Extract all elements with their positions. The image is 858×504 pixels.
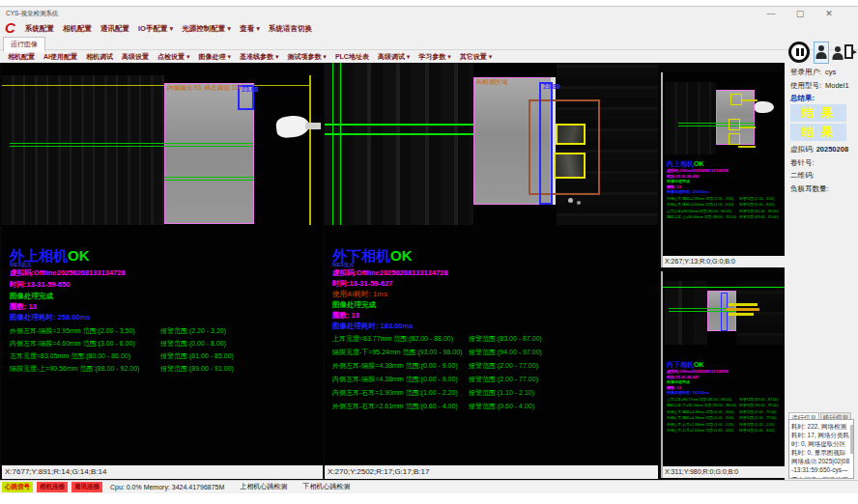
measurement-alarm: 报警范围:(2.00 - 77.00) xyxy=(469,375,538,384)
field-value: 20250208 xyxy=(816,145,848,154)
detection-box-yellow xyxy=(730,94,742,105)
camera-title: 内下相机OK xyxy=(667,360,788,369)
measurement-text: 外侧左耳-隔膜=4.38mm 范围:(0.00 - 9.00) xyxy=(667,409,739,414)
result-display-lower: 结 果 xyxy=(790,124,846,141)
menu-system-config[interactable]: 系统配置 xyxy=(25,24,54,34)
menu-io-config[interactable]: IO手配置 ▾ xyxy=(138,24,173,34)
pause-bar xyxy=(796,48,799,56)
measurement-alarm: 报警范围:(94.00 - 97.00) xyxy=(469,348,542,357)
measurement-text: 外侧左耳-右耳=2.61mm 范围:(0.60 - 4.00) xyxy=(332,402,469,411)
machinery-texture xyxy=(665,82,716,154)
door-arrow xyxy=(851,49,857,55)
measurement-text: 内侧左耳-右耳=1.90mm 范围:(1.00 - 2.20) xyxy=(667,422,739,427)
status-bar: 心跳信号 相机连接 通讯连接 Cpu: 0.0% Memory: 3424.41… xyxy=(0,480,858,492)
heartbeat-badge: 心跳信号 xyxy=(2,482,33,492)
edge-line xyxy=(164,180,254,181)
tool-test-params[interactable]: 测试项参数 ▾ xyxy=(287,52,326,62)
menu-view[interactable]: 查看 ▾ xyxy=(240,24,260,34)
log-scrollbar[interactable] xyxy=(850,425,853,454)
window-title: CYS-视觉检测系统 xyxy=(6,10,59,18)
pause-button[interactable] xyxy=(788,42,810,63)
detection-box-yellow xyxy=(729,119,740,130)
edge-line xyxy=(678,123,755,124)
measurement-alarm: 报警范围:(1.10 - 2.10) xyxy=(469,388,534,398)
exit-icon[interactable] xyxy=(844,44,858,62)
thumbnail-info-text: 内上相机OK 虚拟码:Offline20250208133134728 时间:1… xyxy=(667,159,788,220)
tool-advanced-settings[interactable]: 高级设置 xyxy=(122,52,149,62)
toolbar: 相机配置 AI使用配置 相机调试 高级设置 点检设置 ▾ 图像处理 ▾ 基准线参… xyxy=(0,50,783,63)
thumbnail-camera-inner-upper[interactable]: 内上相机OK 虚拟码:Offline20250208133134728 时间:1… xyxy=(661,72,785,267)
measurement-alarm: 报警范围:(89.00 - 91.00) xyxy=(160,364,234,374)
tool-learning-params[interactable]: 学习参数 ▾ xyxy=(418,52,450,62)
cpu-memory-readout: Cpu: 0.0% Memory: 3424.41796875M xyxy=(110,484,224,490)
pixel-coords-readout: X:270;Y:2502;R:17;G:17;B:17 xyxy=(325,465,658,479)
guide-line xyxy=(663,287,785,288)
needle-number-field: 卷针号: xyxy=(790,158,815,168)
ai-time-line: 使用AI耗时: 1ms xyxy=(332,290,387,299)
tool-camera-debug[interactable]: 相机调试 xyxy=(86,52,113,62)
tool-advanced-debug[interactable]: 高级调试 ▾ xyxy=(378,52,410,62)
menu-language-switch[interactable]: 系统语言切换 xyxy=(269,24,312,34)
total-result-label: 总结果: xyxy=(790,94,815,103)
time-line: 时间:13-31-59-650 xyxy=(10,280,71,290)
user-login-icon[interactable] xyxy=(814,42,829,64)
qr-code-field: 二维码: xyxy=(790,171,815,181)
edge-line xyxy=(10,146,253,147)
tool-baseline-params[interactable]: 基准线参数 ▾ xyxy=(240,52,278,62)
camera-image-lower[interactable]: AI检测区域 23.80 xyxy=(325,63,658,225)
field-label: 虚拟码: xyxy=(790,145,815,154)
login-user-label: 登录用户: xyxy=(790,68,821,77)
tool-spot-check[interactable]: 点检设置 ▾ xyxy=(157,52,189,62)
person-body xyxy=(833,53,844,60)
pixel-coords-readout: X:7677;Y:891;R:14;G:14;B:14 xyxy=(2,465,323,479)
title-bar: CYS-视觉检测系统 — ▢ ✕ xyxy=(0,7,858,21)
camera-connect-badge: 相机连接 xyxy=(37,482,68,492)
guide-line-vertical xyxy=(332,63,333,225)
comm-connect-badge: 通讯连接 xyxy=(72,482,102,492)
user-switch-icon[interactable] xyxy=(831,43,844,63)
upper-camera-heartbeat-check: 上相机心跳检测 xyxy=(240,482,287,491)
measurement-alarm: 报警范围:(2.00 - 77.00) xyxy=(469,361,538,371)
tool-image-processing[interactable]: 图像处理 ▾ xyxy=(198,52,230,62)
tool-other-settings[interactable]: 其它设置 ▾ xyxy=(460,52,492,62)
machine-dot xyxy=(568,198,573,203)
thumbnail-camera-inner-lower[interactable]: 内下相机OK 虚拟码:Offline20250208133134728 时间:1… xyxy=(661,271,785,478)
camera-title: 内上相机OK xyxy=(667,159,788,168)
annotation-text-mark xyxy=(740,126,756,128)
camera-ok-status: OK xyxy=(68,247,90,264)
virtual-code-field: 虚拟码: 20250208 xyxy=(790,145,848,154)
menu-comm-config[interactable]: 通讯配置 xyxy=(100,24,129,34)
measurement-alarm: 报警范围:(0.60 - 4.00) xyxy=(469,402,534,411)
measurement-text: 隔膜宽度-上=90.56mm 范围:(88.00 - 92.00) xyxy=(667,215,739,220)
virtual-code-line: 虚拟码:Offline20250208133134728 xyxy=(10,268,126,278)
minimize-button[interactable]: — xyxy=(759,8,783,20)
camera-name: 内上相机 xyxy=(667,159,694,167)
negative-tab-count-field: 负极耳数量: xyxy=(790,184,829,194)
camera-panel-upper: 23.08 内侧阈值:93, 峰态阈值:100 外上相机OK MES批次 虚拟码… xyxy=(2,63,323,480)
menu-light-config[interactable]: 光源控制配置 ▾ xyxy=(182,24,231,34)
menu-bar: C 系统配置 相机配置 通讯配置 IO手配置 ▾ 光源控制配置 ▾ 查看 ▾ 系… xyxy=(0,21,785,36)
camera-image-upper[interactable]: 23.08 内侧阈值:93, 峰态阈值:100 xyxy=(2,63,323,225)
tab-detection-box-yellow xyxy=(556,124,586,145)
measurement-alarm: 报警范围:(0.60 - 4.00) xyxy=(739,429,774,434)
pixel-coords-readout: X:267;Y:13;R:0;G:0;B:0 xyxy=(663,256,785,267)
annotation-text-mark xyxy=(738,146,756,148)
process-done-line: 图像处理完成 xyxy=(332,300,376,310)
measurement-text: 内侧左耳-隔膜=4.38mm 范围:(0.00 - 9.00) xyxy=(332,375,469,384)
menu-camera-config[interactable]: 相机配置 xyxy=(63,24,92,34)
close-button[interactable]: ✕ xyxy=(817,8,841,20)
annotation-text-mark xyxy=(727,308,759,311)
tool-plc-table[interactable]: PLC地址表 xyxy=(335,52,369,62)
machinery-texture xyxy=(325,63,473,225)
measurement-alarm: 报警范围:(94.00 - 97.00) xyxy=(739,404,779,408)
tool-ai-config[interactable]: AI使用配置 xyxy=(43,52,77,62)
tool-camera-config[interactable]: 相机配置 xyxy=(8,52,35,62)
measurement-text: 外侧左耳-右耳=2.61mm 范围:(0.60 - 4.00) xyxy=(667,429,739,434)
machinery-texture xyxy=(2,75,164,225)
pixel-coords-readout: X:311;Y:980;R:0;G:0;B:0 xyxy=(663,466,785,478)
camera-panel-lower: AI检测区域 23.80 外下相机OK MES批次 虚拟码:Offline202… xyxy=(325,63,658,480)
machine-dot xyxy=(577,201,581,205)
model-value: Model1 xyxy=(825,81,849,90)
maximize-button[interactable]: ▢ xyxy=(788,8,812,20)
run-log-textarea[interactable]: 耗时: 222, 网络检测耗时: 17, 网络分类耗时: 0, 网络提取分区耗时… xyxy=(788,419,854,479)
